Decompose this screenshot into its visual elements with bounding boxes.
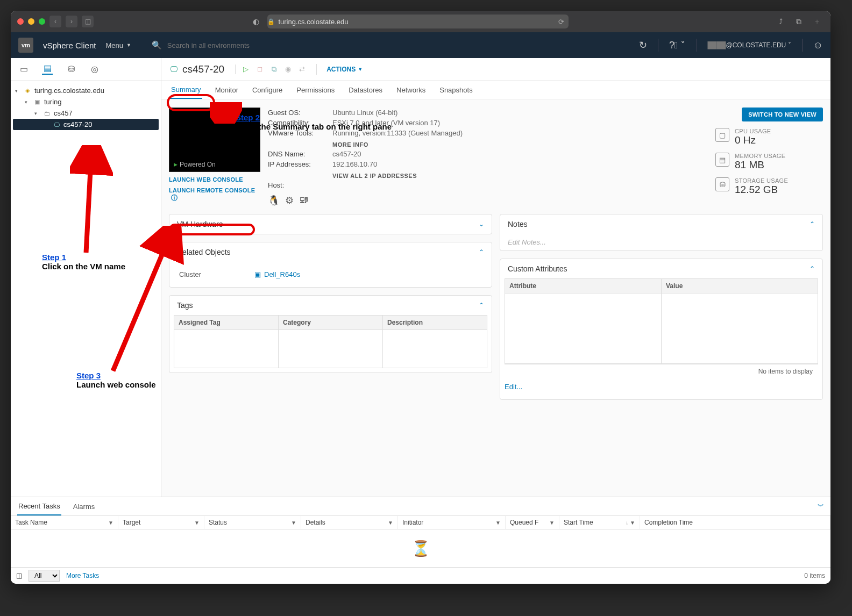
chevron-down-icon: ▼ (358, 67, 363, 72)
related-objects-card: Related Objects ⌃ Cluster ▣ Dell_R640s (169, 242, 492, 288)
suspend-icon[interactable]: ⧉ (269, 65, 279, 74)
more-info-link[interactable]: MORE INFO (332, 141, 368, 148)
vm-icon: 🖵 (170, 65, 178, 74)
smiley-icon[interactable]: ☺ (813, 40, 823, 51)
linux-icon: 🐧 (268, 195, 280, 206)
more-tasks-link[interactable]: More Tasks (66, 572, 99, 579)
cpu-icon: ▢ (715, 128, 729, 142)
tab-recent-tasks[interactable]: Recent Tasks (17, 498, 61, 515)
snapshot-icon[interactable]: ◉ (283, 65, 293, 74)
notes-placeholder[interactable]: Edit Notes... (500, 234, 822, 250)
tags-table: Assigned Tag Category Description (174, 315, 487, 368)
tab-alarms[interactable]: Alarms (72, 498, 96, 515)
devices-icon: 🖳 (299, 195, 309, 206)
forward-button[interactable]: › (66, 16, 77, 27)
tab-datastores[interactable]: Datastores (347, 82, 384, 98)
custom-attr-table: Attribute Value (505, 278, 818, 364)
tab-networks[interactable]: Networks (395, 82, 427, 98)
filter-icon[interactable]: ▼ (549, 520, 555, 526)
vcenter-icon: ◈ (24, 87, 31, 95)
memory-usage: ▤ MEMORY USAGE81 MB (715, 153, 823, 171)
filter-select[interactable]: All (29, 570, 60, 582)
refresh-icon[interactable]: ↻ (639, 39, 647, 51)
filter-icon[interactable]: ↓ ▼ (626, 520, 635, 526)
chevron-down-icon: ▼ (126, 42, 131, 48)
cluster-link[interactable]: ▣ Dell_R640s (254, 270, 300, 278)
tab-permissions[interactable]: Permissions (295, 82, 336, 98)
dns-value: cs457-20 (332, 150, 361, 158)
launch-remote-console-link[interactable]: LAUNCH REMOTE CONSOLE ⓘ (169, 187, 260, 203)
edit-attributes-link[interactable]: Edit... (505, 378, 818, 395)
filter-icon[interactable]: ▼ (108, 520, 113, 526)
help-icon[interactable]: ?⃝ ˅ (669, 39, 686, 51)
search-input[interactable] (167, 41, 329, 49)
caret-down-icon: ▾ (15, 88, 20, 94)
power-off-icon[interactable]: □ (255, 65, 265, 74)
network-view-icon[interactable]: ◎ (89, 64, 100, 75)
tree-datacenter[interactable]: ▾ ▣ turing (13, 96, 159, 108)
storage-view-icon[interactable]: ⛁ (66, 64, 76, 75)
launch-web-console-link[interactable]: LAUNCH WEB CONSOLE (169, 176, 260, 183)
tasks-panel: Recent Tasks Alarms ︾ Task Name▼ Target▼… (11, 497, 830, 584)
custom-attr-header[interactable]: Custom Attributes ⌃ (500, 259, 822, 278)
filter-icon[interactable]: ▼ (291, 520, 296, 526)
power-on-icon[interactable]: ▷ (241, 65, 251, 74)
notes-header[interactable]: Notes ⌃ (500, 214, 822, 234)
tree-folder[interactable]: ▾ 🗀 cs457 (13, 108, 159, 119)
columns-toggle-icon[interactable]: ◫ (16, 572, 22, 579)
collapse-panel-icon[interactable]: ︾ (818, 502, 824, 511)
tab-snapshots[interactable]: Snapshots (438, 82, 473, 98)
user-menu[interactable]: ████@COLOSTATE.EDU ˅ (708, 41, 791, 49)
filter-icon[interactable]: ▼ (388, 520, 393, 526)
inventory-tree: ▾ ◈ turing.cs.colostate.edu ▾ ▣ turing ▾… (11, 81, 161, 134)
hosts-view-icon[interactable]: ▭ (18, 64, 29, 75)
vms-view-icon[interactable]: ▤ (42, 64, 53, 75)
tasks-columns: Task Name▼ Target▼ Status▼ Details▼ Init… (11, 515, 830, 529)
power-state: ▶ Powered On (174, 161, 216, 168)
info-icon[interactable]: ⓘ (171, 194, 178, 202)
related-objects-header[interactable]: Related Objects ⌃ (169, 242, 492, 262)
guest-os-value: Ubuntu Linux (64-bit) (332, 109, 397, 117)
filter-icon[interactable]: ▼ (495, 520, 501, 526)
tab-monitor[interactable]: Monitor (214, 82, 239, 98)
datacenter-icon: ▣ (33, 98, 41, 106)
chevron-down-icon: ⌄ (479, 220, 484, 228)
tree-vcenter[interactable]: ▾ ◈ turing.cs.colostate.edu (13, 85, 159, 96)
switch-view-button[interactable]: SWITCH TO NEW VIEW (742, 108, 823, 121)
lock-icon: 🔒 (267, 18, 275, 25)
window-controls[interactable] (17, 18, 45, 25)
ip-value: 192.168.10.70 (332, 160, 377, 168)
items-count: 0 items (804, 572, 825, 579)
refresh-icon[interactable]: ⟳ (558, 18, 564, 26)
sidebar-toggle-icon[interactable]: ◫ (82, 16, 94, 27)
chevron-up-icon: ⌃ (479, 302, 484, 309)
gear-icon: ⚙ (285, 195, 294, 206)
no-items-label: No items to display (505, 364, 818, 378)
tab-summary[interactable]: Summary (170, 81, 202, 99)
tab-configure[interactable]: Configure (251, 82, 283, 98)
notes-card: Notes ⌃ Edit Notes... (500, 214, 823, 251)
view-all-ips-link[interactable]: VIEW ALL 2 IP ADDRESSES (332, 173, 417, 179)
new-tab-icon[interactable]: + (810, 15, 824, 28)
back-button[interactable]: ‹ (49, 16, 61, 27)
address-bar[interactable]: 🔒 turing.cs.colostate.edu ⟳ (267, 15, 569, 28)
shield-icon[interactable]: ◐ (249, 15, 263, 28)
filter-icon[interactable]: ▼ (194, 520, 200, 526)
console-thumbnail[interactable]: ▶ Powered On (169, 108, 260, 172)
tools-value: Running, version:11333 (Guest Managed) (332, 129, 463, 137)
compat-value: ESXi 7.0 and later (VM version 17) (332, 119, 440, 127)
funnel-icon: ⏳ (411, 540, 430, 557)
play-icon: ▶ (174, 162, 178, 167)
vm-hardware-header[interactable]: VM Hardware ⌄ (169, 214, 492, 234)
tabs-icon[interactable]: ⧉ (792, 15, 806, 28)
share-icon[interactable]: ⤴ (773, 15, 787, 28)
actions-dropdown[interactable]: ACTIONS ▼ (326, 66, 363, 73)
close-icon[interactable] (17, 18, 24, 25)
maximize-icon[interactable] (39, 18, 45, 25)
menu-dropdown[interactable]: Menu ▼ (105, 41, 131, 49)
caret-down-icon: ▾ (25, 99, 30, 105)
minimize-icon[interactable] (28, 18, 34, 25)
tree-vm-selected[interactable]: 🖵 cs457-20 (13, 119, 159, 130)
tags-header[interactable]: Tags ⌃ (169, 296, 492, 315)
migrate-icon[interactable]: ⇄ (297, 65, 307, 74)
